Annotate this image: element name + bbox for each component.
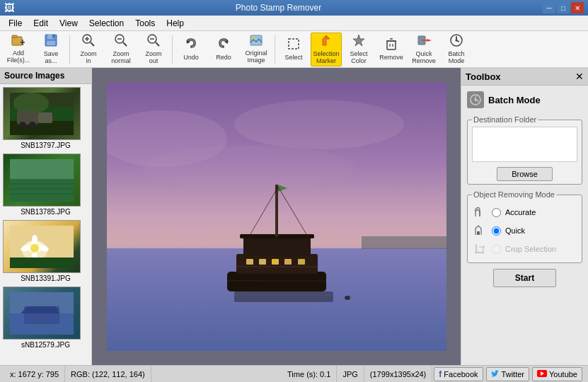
zoom-in-icon xyxy=(81,33,96,50)
source-image-name-4: sNB12579.JPG xyxy=(3,341,88,349)
app-title: Photo Stamp Remover xyxy=(14,3,543,13)
svg-marker-32 xyxy=(427,39,432,42)
source-image-thumb-1 xyxy=(3,87,81,140)
source-panel-title: Source Images xyxy=(0,68,91,84)
select-color-icon xyxy=(352,33,366,50)
source-image-name-3: SNB13391.JPG xyxy=(3,274,88,282)
quick-radio[interactable] xyxy=(492,226,501,236)
zoom-out-label: Zoomout xyxy=(145,51,161,65)
minimize-button[interactable]: ─ xyxy=(543,2,555,13)
batch-mode-label: BatchMode xyxy=(448,51,464,65)
crop-icon xyxy=(472,241,488,257)
select-color-button[interactable]: SelectColor xyxy=(343,33,374,66)
svg-rect-5 xyxy=(47,35,53,39)
svg-rect-75 xyxy=(275,185,278,237)
save-icon xyxy=(44,33,58,50)
source-image-item-1[interactable]: SNB13797.JPG xyxy=(3,87,88,149)
svg-rect-77 xyxy=(246,259,253,265)
menu-bar: File Edit View Selection Tools Help xyxy=(0,16,588,31)
start-button[interactable]: Start xyxy=(493,269,556,287)
menu-tools[interactable]: Tools xyxy=(129,17,161,30)
object-removing-mode-group: Object Removing Mode Accurate Quick xyxy=(467,190,582,263)
quick-label[interactable]: Quick xyxy=(505,226,525,235)
twitter-button[interactable]: Twitter xyxy=(486,367,529,381)
svg-rect-73 xyxy=(243,236,311,255)
select-label: Select xyxy=(284,54,302,62)
zoom-in-button[interactable]: Zoomin xyxy=(73,33,104,66)
batch-mode-text: Batch Mode xyxy=(488,95,541,105)
svg-rect-65 xyxy=(107,248,446,351)
source-images-list[interactable]: SNB13797.JPG SNB13785.JPG xyxy=(0,84,91,365)
add-files-button[interactable]: AddFile(s)... xyxy=(3,33,34,66)
svg-rect-0 xyxy=(12,37,22,45)
svg-line-89 xyxy=(278,187,309,238)
accurate-option-row: Accurate xyxy=(472,204,577,220)
original-image-button[interactable]: OriginalImage xyxy=(241,33,272,66)
close-button[interactable]: ✕ xyxy=(571,2,584,13)
youtube-button[interactable]: Youtube xyxy=(532,367,582,381)
crop-selection-label: Crop Selection xyxy=(505,245,556,253)
crop-selection-radio[interactable] xyxy=(492,245,501,254)
quick-remove-button[interactable]: QuickRemove xyxy=(408,33,439,66)
svg-rect-74 xyxy=(240,234,314,238)
source-image-item-2[interactable]: SNB13785.JPG xyxy=(3,154,88,216)
svg-rect-45 xyxy=(10,159,74,180)
svg-rect-24 xyxy=(289,39,299,49)
maximize-button[interactable]: □ xyxy=(557,2,570,13)
crop-selection-option-row: Crop Selection xyxy=(472,241,577,257)
zoom-out-button[interactable]: Zoomout xyxy=(138,33,169,66)
menu-selection[interactable]: Selection xyxy=(83,17,129,30)
source-image-item-3[interactable]: SNB13391.JPG xyxy=(3,220,88,282)
batch-mode-icon xyxy=(467,91,484,108)
svg-rect-64 xyxy=(107,82,446,351)
undo-button[interactable]: Undo xyxy=(175,33,207,66)
select-button[interactable]: Select xyxy=(278,33,309,66)
quick-remove-icon xyxy=(416,33,432,50)
svg-line-86 xyxy=(107,294,446,296)
svg-rect-46 xyxy=(10,179,74,202)
canvas-area[interactable] xyxy=(92,68,461,365)
svg-line-85 xyxy=(107,280,446,282)
add-files-icon xyxy=(11,34,25,49)
browse-button[interactable]: Browse xyxy=(497,167,553,181)
undo-label: Undo xyxy=(183,54,199,62)
toolbox-panel: Toolbox ✕ Batch Mode Destination Folder … xyxy=(461,68,588,365)
select-icon xyxy=(287,37,301,53)
coords-text: x: 1672 y: 795 xyxy=(10,370,59,378)
object-removing-mode-legend: Object Removing Mode xyxy=(472,190,556,199)
destination-folder-legend: Destination Folder xyxy=(472,115,538,124)
source-image-item-4[interactable]: sNB12579.JPG xyxy=(3,286,88,349)
source-image-name-2: SNB13785.JPG xyxy=(3,208,88,216)
redo-button[interactable]: Redo xyxy=(208,33,239,66)
svg-point-35 xyxy=(456,40,458,42)
menu-file[interactable]: File xyxy=(3,17,28,30)
zoom-normal-button[interactable]: Zoomnormal xyxy=(105,33,137,66)
svg-rect-78 xyxy=(259,259,266,265)
quick-remove-label: QuickRemove xyxy=(412,51,436,65)
batch-mode-button[interactable]: BatchMode xyxy=(441,33,472,66)
menu-view[interactable]: View xyxy=(54,17,83,30)
original-image-label: OriginalImage xyxy=(245,50,267,64)
svg-rect-1 xyxy=(12,35,17,37)
save-as-label: Saveas... xyxy=(44,51,59,65)
accurate-radio[interactable] xyxy=(492,208,501,217)
svg-rect-7 xyxy=(52,35,54,37)
accurate-label[interactable]: Accurate xyxy=(505,208,536,216)
svg-line-9 xyxy=(91,42,94,46)
remove-button[interactable]: Remove xyxy=(376,33,407,66)
svg-rect-81 xyxy=(298,259,305,265)
save-as-button[interactable]: Saveas... xyxy=(35,33,67,66)
facebook-button[interactable]: f Facebook xyxy=(434,367,483,381)
svg-line-84 xyxy=(107,266,446,267)
source-image-thumb-2 xyxy=(3,154,81,207)
svg-rect-70 xyxy=(362,236,446,249)
menu-help[interactable]: Help xyxy=(161,17,190,30)
toolbox-close-button[interactable]: ✕ xyxy=(575,71,584,82)
destination-folder-input[interactable] xyxy=(472,127,577,162)
menu-edit[interactable]: Edit xyxy=(28,17,54,30)
selection-marker-button[interactable]: SelectionMarker xyxy=(311,33,342,66)
svg-point-69 xyxy=(142,146,354,188)
zoom-in-label: Zoomin xyxy=(80,51,96,65)
main-image xyxy=(107,82,446,351)
undo-icon xyxy=(184,37,198,53)
